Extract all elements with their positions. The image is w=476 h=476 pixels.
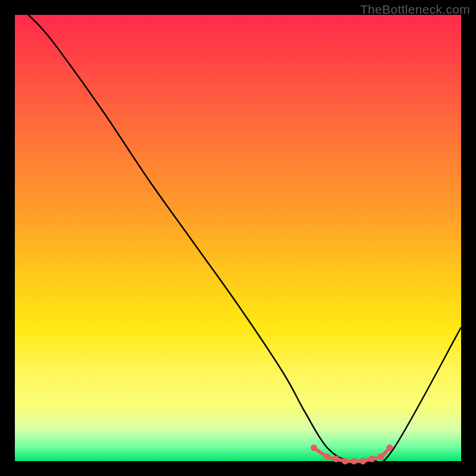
highlight-dot [360, 458, 367, 465]
bottleneck-curve-path [29, 15, 462, 463]
watermark-text: TheBottleneck.com [360, 2, 470, 17]
highlight-dot [351, 458, 358, 465]
highlight-dot [324, 453, 331, 460]
curve-overlay [15, 15, 461, 461]
chart-frame: TheBottleneck.com [0, 0, 476, 476]
highlight-dot [333, 456, 340, 462]
highlight-dot [342, 458, 349, 465]
highlight-curve [311, 444, 393, 465]
highlight-dot [387, 444, 393, 451]
highlight-dot [311, 444, 317, 451]
main-curve [29, 15, 462, 463]
highlight-dot [369, 456, 375, 462]
highlight-dot [378, 453, 384, 460]
